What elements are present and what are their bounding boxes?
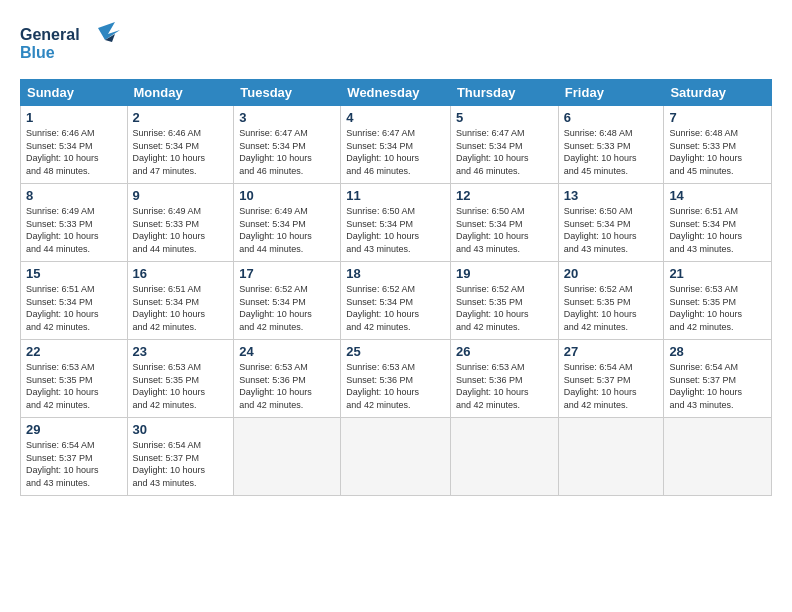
day-number: 8 — [26, 188, 122, 203]
svg-marker-2 — [98, 22, 120, 40]
calendar-cell: 7Sunrise: 6:48 AM Sunset: 5:33 PM Daylig… — [664, 106, 772, 184]
weekday-header-friday: Friday — [558, 80, 664, 106]
day-info: Sunrise: 6:54 AM Sunset: 5:37 PM Dayligh… — [26, 439, 122, 489]
day-info: Sunrise: 6:51 AM Sunset: 5:34 PM Dayligh… — [26, 283, 122, 333]
day-number: 16 — [133, 266, 229, 281]
weekday-header-sunday: Sunday — [21, 80, 128, 106]
day-number: 20 — [564, 266, 659, 281]
day-number: 22 — [26, 344, 122, 359]
day-info: Sunrise: 6:53 AM Sunset: 5:36 PM Dayligh… — [346, 361, 445, 411]
day-number: 15 — [26, 266, 122, 281]
calendar-cell: 26Sunrise: 6:53 AM Sunset: 5:36 PM Dayli… — [450, 340, 558, 418]
calendar-cell — [341, 418, 451, 496]
calendar-cell: 8Sunrise: 6:49 AM Sunset: 5:33 PM Daylig… — [21, 184, 128, 262]
calendar-cell: 17Sunrise: 6:52 AM Sunset: 5:34 PM Dayli… — [234, 262, 341, 340]
logo-text: General Blue — [20, 20, 130, 69]
day-number: 17 — [239, 266, 335, 281]
day-number: 3 — [239, 110, 335, 125]
calendar-cell: 15Sunrise: 6:51 AM Sunset: 5:34 PM Dayli… — [21, 262, 128, 340]
day-info: Sunrise: 6:47 AM Sunset: 5:34 PM Dayligh… — [239, 127, 335, 177]
day-info: Sunrise: 6:46 AM Sunset: 5:34 PM Dayligh… — [26, 127, 122, 177]
calendar-cell: 4Sunrise: 6:47 AM Sunset: 5:34 PM Daylig… — [341, 106, 451, 184]
calendar-cell: 3Sunrise: 6:47 AM Sunset: 5:34 PM Daylig… — [234, 106, 341, 184]
day-info: Sunrise: 6:54 AM Sunset: 5:37 PM Dayligh… — [669, 361, 766, 411]
calendar-table: SundayMondayTuesdayWednesdayThursdayFrid… — [20, 79, 772, 496]
day-number: 23 — [133, 344, 229, 359]
day-number: 27 — [564, 344, 659, 359]
day-info: Sunrise: 6:48 AM Sunset: 5:33 PM Dayligh… — [564, 127, 659, 177]
calendar-cell: 19Sunrise: 6:52 AM Sunset: 5:35 PM Dayli… — [450, 262, 558, 340]
day-number: 5 — [456, 110, 553, 125]
calendar-cell: 18Sunrise: 6:52 AM Sunset: 5:34 PM Dayli… — [341, 262, 451, 340]
day-number: 6 — [564, 110, 659, 125]
calendar-cell: 12Sunrise: 6:50 AM Sunset: 5:34 PM Dayli… — [450, 184, 558, 262]
day-number: 7 — [669, 110, 766, 125]
day-info: Sunrise: 6:50 AM Sunset: 5:34 PM Dayligh… — [346, 205, 445, 255]
calendar-cell — [664, 418, 772, 496]
calendar-cell: 27Sunrise: 6:54 AM Sunset: 5:37 PM Dayli… — [558, 340, 664, 418]
calendar-cell: 24Sunrise: 6:53 AM Sunset: 5:36 PM Dayli… — [234, 340, 341, 418]
day-info: Sunrise: 6:53 AM Sunset: 5:35 PM Dayligh… — [133, 361, 229, 411]
day-number: 26 — [456, 344, 553, 359]
day-number: 13 — [564, 188, 659, 203]
calendar-week-4: 22Sunrise: 6:53 AM Sunset: 5:35 PM Dayli… — [21, 340, 772, 418]
day-info: Sunrise: 6:50 AM Sunset: 5:34 PM Dayligh… — [456, 205, 553, 255]
calendar-week-5: 29Sunrise: 6:54 AM Sunset: 5:37 PM Dayli… — [21, 418, 772, 496]
day-number: 25 — [346, 344, 445, 359]
calendar-cell: 23Sunrise: 6:53 AM Sunset: 5:35 PM Dayli… — [127, 340, 234, 418]
day-number: 11 — [346, 188, 445, 203]
calendar-cell: 13Sunrise: 6:50 AM Sunset: 5:34 PM Dayli… — [558, 184, 664, 262]
day-info: Sunrise: 6:46 AM Sunset: 5:34 PM Dayligh… — [133, 127, 229, 177]
day-info: Sunrise: 6:50 AM Sunset: 5:34 PM Dayligh… — [564, 205, 659, 255]
calendar-cell: 20Sunrise: 6:52 AM Sunset: 5:35 PM Dayli… — [558, 262, 664, 340]
calendar-cell: 10Sunrise: 6:49 AM Sunset: 5:34 PM Dayli… — [234, 184, 341, 262]
day-info: Sunrise: 6:54 AM Sunset: 5:37 PM Dayligh… — [564, 361, 659, 411]
day-number: 4 — [346, 110, 445, 125]
svg-text:General: General — [20, 26, 80, 43]
calendar-week-1: 1Sunrise: 6:46 AM Sunset: 5:34 PM Daylig… — [21, 106, 772, 184]
day-info: Sunrise: 6:54 AM Sunset: 5:37 PM Dayligh… — [133, 439, 229, 489]
day-info: Sunrise: 6:51 AM Sunset: 5:34 PM Dayligh… — [133, 283, 229, 333]
calendar-cell — [234, 418, 341, 496]
calendar-cell: 6Sunrise: 6:48 AM Sunset: 5:33 PM Daylig… — [558, 106, 664, 184]
day-number: 9 — [133, 188, 229, 203]
day-info: Sunrise: 6:52 AM Sunset: 5:34 PM Dayligh… — [239, 283, 335, 333]
day-number: 1 — [26, 110, 122, 125]
day-info: Sunrise: 6:49 AM Sunset: 5:34 PM Dayligh… — [239, 205, 335, 255]
day-number: 18 — [346, 266, 445, 281]
day-number: 29 — [26, 422, 122, 437]
weekday-header-saturday: Saturday — [664, 80, 772, 106]
calendar-week-2: 8Sunrise: 6:49 AM Sunset: 5:33 PM Daylig… — [21, 184, 772, 262]
day-info: Sunrise: 6:52 AM Sunset: 5:35 PM Dayligh… — [564, 283, 659, 333]
weekday-header-wednesday: Wednesday — [341, 80, 451, 106]
calendar-cell — [558, 418, 664, 496]
day-number: 14 — [669, 188, 766, 203]
day-number: 21 — [669, 266, 766, 281]
calendar-cell: 21Sunrise: 6:53 AM Sunset: 5:35 PM Dayli… — [664, 262, 772, 340]
day-info: Sunrise: 6:48 AM Sunset: 5:33 PM Dayligh… — [669, 127, 766, 177]
calendar-cell: 11Sunrise: 6:50 AM Sunset: 5:34 PM Dayli… — [341, 184, 451, 262]
calendar-cell: 28Sunrise: 6:54 AM Sunset: 5:37 PM Dayli… — [664, 340, 772, 418]
day-number: 30 — [133, 422, 229, 437]
day-info: Sunrise: 6:49 AM Sunset: 5:33 PM Dayligh… — [133, 205, 229, 255]
calendar-cell: 9Sunrise: 6:49 AM Sunset: 5:33 PM Daylig… — [127, 184, 234, 262]
page: General Blue SundayMondayTuesdayWednesda… — [0, 0, 792, 612]
day-info: Sunrise: 6:49 AM Sunset: 5:33 PM Dayligh… — [26, 205, 122, 255]
calendar-cell — [450, 418, 558, 496]
weekday-header-tuesday: Tuesday — [234, 80, 341, 106]
header: General Blue — [20, 20, 772, 69]
calendar-cell: 29Sunrise: 6:54 AM Sunset: 5:37 PM Dayli… — [21, 418, 128, 496]
day-info: Sunrise: 6:53 AM Sunset: 5:36 PM Dayligh… — [456, 361, 553, 411]
day-info: Sunrise: 6:52 AM Sunset: 5:35 PM Dayligh… — [456, 283, 553, 333]
calendar-cell: 25Sunrise: 6:53 AM Sunset: 5:36 PM Dayli… — [341, 340, 451, 418]
day-number: 24 — [239, 344, 335, 359]
day-info: Sunrise: 6:51 AM Sunset: 5:34 PM Dayligh… — [669, 205, 766, 255]
calendar-cell: 2Sunrise: 6:46 AM Sunset: 5:34 PM Daylig… — [127, 106, 234, 184]
day-number: 2 — [133, 110, 229, 125]
day-number: 10 — [239, 188, 335, 203]
day-info: Sunrise: 6:53 AM Sunset: 5:36 PM Dayligh… — [239, 361, 335, 411]
calendar-cell: 30Sunrise: 6:54 AM Sunset: 5:37 PM Dayli… — [127, 418, 234, 496]
calendar-cell: 16Sunrise: 6:51 AM Sunset: 5:34 PM Dayli… — [127, 262, 234, 340]
calendar-cell: 22Sunrise: 6:53 AM Sunset: 5:35 PM Dayli… — [21, 340, 128, 418]
day-number: 12 — [456, 188, 553, 203]
